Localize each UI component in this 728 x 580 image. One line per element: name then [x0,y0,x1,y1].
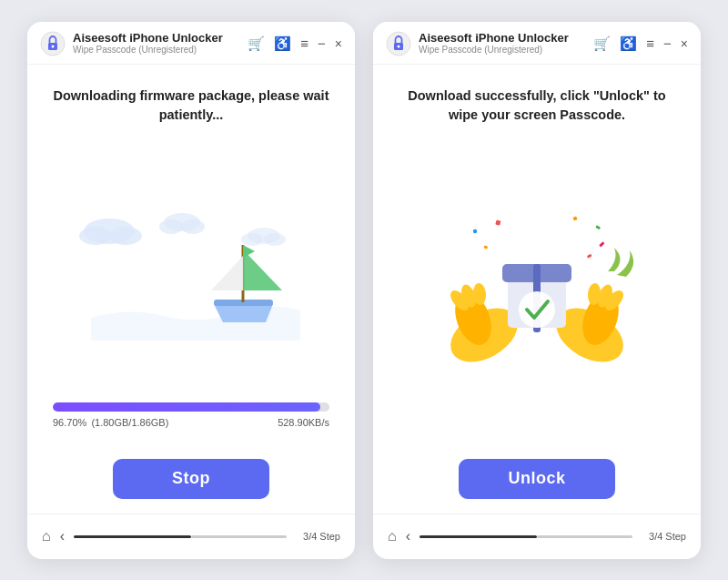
titlebar-actions-left: 🛒 ♿ ≡ − × [248,36,342,50]
app-subtitle-left: Wipe Passcode (Unregistered) [73,45,248,56]
svg-point-8 [181,219,205,234]
sailboat-svg [64,199,318,345]
svg-point-37 [519,291,555,328]
svg-point-11 [264,233,286,246]
lock-icon-right [386,31,411,56]
titlebar-text-right: Aiseesoft iPhone Unlocker Wipe Passcode … [419,31,593,56]
cart-icon[interactable]: 🛒 [248,36,265,50]
unlock-svg [419,209,655,369]
lock-icon [40,31,66,56]
step-label-left: 3/4 Step [303,531,340,542]
close-icon-right[interactable]: × [681,37,688,50]
progress-labels: 96.70% (1.80GB/1.86GB) 528.90KB/s [53,417,329,428]
stop-button[interactable]: Stop [113,459,269,499]
minimize-icon-right[interactable]: − [663,36,672,50]
titlebar-left: Aiseesoft iPhone Unlocker Wipe Passcode … [27,22,355,65]
bottom-progress-right [420,535,632,538]
svg-rect-23 [587,254,592,259]
progress-section: 96.70% (1.80GB/1.86GB) 528.90KB/s [53,402,329,428]
progress-left-label: 96.70% (1.80GB/1.86GB) [53,417,168,428]
unlock-illustration [399,142,675,437]
svg-rect-19 [595,225,601,229]
svg-rect-2 [52,45,55,47]
svg-point-7 [159,219,183,234]
home-icon-left[interactable]: ⌂ [42,528,51,544]
accessibility-icon-right[interactable]: ♿ [620,36,637,50]
back-icon-left[interactable]: ‹ [60,528,65,544]
progress-speed: 528.90KB/s [278,417,329,428]
svg-point-10 [241,233,263,246]
svg-rect-18 [572,217,577,221]
right-content: Download successfully, click "Unlock" to… [373,65,701,514]
minimize-icon[interactable]: − [318,36,326,50]
progress-percent: 96.70% [53,417,86,428]
right-heading: Download successfully, click "Unlock" to… [399,86,675,127]
svg-rect-16 [398,45,400,47]
svg-rect-17 [495,220,500,226]
app-title-right: Aiseesoft iPhone Unlocker [419,31,593,46]
right-window: Aiseesoft iPhone Unlocker Wipe Passcode … [373,22,701,559]
progress-dark-left [74,535,191,538]
svg-rect-20 [473,229,478,234]
progress-bar-background [53,402,329,412]
right-bottombar: ⌂ ‹ 3/4 Step [373,514,701,559]
progress-detail: (1.80GB/1.86GB) [91,417,168,428]
left-bottombar: ⌂ ‹ 3/4 Step [27,514,355,559]
svg-point-5 [109,227,142,245]
titlebar-right: Aiseesoft iPhone Unlocker Wipe Passcode … [373,22,701,65]
progress-bar-fill [53,402,320,412]
app-subtitle-right: Wipe Passcode (Unregistered) [419,45,593,56]
unlock-button[interactable]: Unlock [459,459,615,499]
menu-icon[interactable]: ≡ [300,36,308,50]
sailboat-illustration [53,142,329,402]
home-icon-right[interactable]: ⌂ [388,528,397,544]
svg-rect-22 [483,246,488,249]
svg-rect-21 [599,241,604,247]
back-icon-right[interactable]: ‹ [406,528,410,544]
titlebar-actions-right: 🛒 ♿ ≡ − × [593,36,688,50]
left-window: Aiseesoft iPhone Unlocker Wipe Passcode … [27,22,355,559]
progress-light-right [537,535,632,538]
step-label-right: 3/4 Step [649,531,686,542]
svg-point-4 [79,227,112,245]
menu-icon-right[interactable]: ≡ [646,36,654,50]
progress-light-left [191,535,287,538]
titlebar-text-left: Aiseesoft iPhone Unlocker Wipe Passcode … [73,31,248,56]
left-content: Downloading firmware package, please wai… [27,65,355,514]
progress-dark-right [420,535,537,538]
bottom-progress-left [74,535,287,538]
cart-icon-right[interactable]: 🛒 [593,36,611,50]
close-icon[interactable]: × [335,37,342,50]
left-heading: Downloading firmware package, please wai… [53,86,329,127]
app-title-left: Aiseesoft iPhone Unlocker [73,31,248,46]
accessibility-icon[interactable]: ♿ [274,36,291,50]
